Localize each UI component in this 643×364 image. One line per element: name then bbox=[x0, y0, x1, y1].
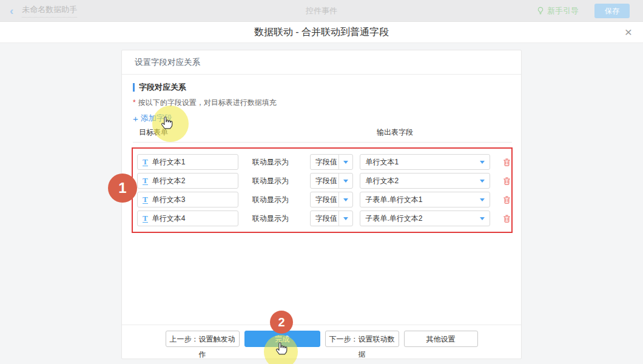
target-field-input[interactable]: T 单行文本4 bbox=[137, 211, 238, 226]
relation-label: 联动显示为 bbox=[252, 214, 289, 224]
delete-row-button[interactable] bbox=[502, 195, 511, 204]
annotation-step-badge-1: 1 bbox=[108, 174, 137, 203]
delete-row-button[interactable] bbox=[502, 214, 511, 223]
panel-footer: 上一步：设置触发动作 完成 下一步：设置联动数据 其他设置 bbox=[122, 325, 521, 359]
relation-label: 联动显示为 bbox=[252, 195, 289, 205]
target-field-input[interactable]: T 单行文本3 bbox=[137, 192, 238, 207]
mode-select-value: 字段值 bbox=[311, 214, 337, 224]
close-icon[interactable]: × bbox=[625, 22, 632, 42]
required-asterisk: * bbox=[133, 98, 136, 107]
text-field-icon: T bbox=[143, 214, 148, 223]
next-step-button[interactable]: 下一步：设置联动数据 bbox=[325, 331, 399, 347]
mode-select-value: 字段值 bbox=[311, 157, 337, 167]
text-field-icon: T bbox=[143, 195, 148, 204]
top-bar-left: ‹ 未命名数据助手 bbox=[10, 4, 77, 18]
target-field-value: 单行文本1 bbox=[152, 157, 186, 167]
panel-content: 字段对应关系 *按以下的字段设置，对目标表进行数据填充 + 添加字段 目标表单 … bbox=[122, 82, 521, 233]
target-field-input[interactable]: T 单行文本2 bbox=[137, 173, 238, 189]
mode-select[interactable]: 字段值 bbox=[310, 154, 354, 170]
mode-select-value: 字段值 bbox=[311, 195, 337, 205]
relation-label: 联动显示为 bbox=[252, 157, 289, 167]
column-headers: 目标表单 输出表字段 bbox=[133, 127, 512, 143]
trash-icon bbox=[502, 177, 511, 186]
delete-row-button[interactable] bbox=[502, 158, 511, 167]
hand-cursor-icon bbox=[159, 114, 175, 132]
other-settings-button[interactable]: 其他设置 bbox=[404, 331, 478, 347]
output-field-select[interactable]: 子表单.单行文本2 bbox=[360, 211, 490, 226]
annotation-step-badge-2: 2 bbox=[270, 311, 293, 334]
top-bar-right: 新手引导 保存 bbox=[536, 4, 630, 18]
caret-down-icon bbox=[338, 192, 352, 207]
text-field-icon: T bbox=[143, 158, 148, 166]
caret-down-icon bbox=[338, 155, 352, 169]
caret-down-icon bbox=[475, 161, 490, 164]
output-select-value: 单行文本2 bbox=[360, 176, 399, 186]
target-field-value: 单行文本4 bbox=[152, 214, 186, 224]
target-field-value: 单行文本2 bbox=[152, 176, 186, 186]
mode-select[interactable]: 字段值 bbox=[310, 173, 354, 189]
hand-cursor-icon bbox=[274, 340, 289, 357]
caret-down-icon bbox=[475, 180, 490, 183]
annotation-red-frame: T 单行文本1 联动显示为 字段值 单行文本1 bbox=[132, 147, 513, 233]
field-mapping-panel: 设置字段对应关系 字段对应关系 *按以下的字段设置，对目标表进行数据填充 + 添… bbox=[121, 50, 522, 359]
panel-header: 设置字段对应关系 bbox=[122, 50, 521, 75]
screen: ‹ 未命名数据助手 控件事件 新手引导 保存 数据联动 - 合并联动到普通字段 … bbox=[0, 0, 643, 364]
field-mapping-row: T 单行文本3 联动显示为 字段值 子表单.单行文本1 bbox=[137, 192, 511, 207]
section-hint-text: 按以下的字段设置，对目标表进行数据填充 bbox=[138, 98, 277, 107]
mode-select[interactable]: 字段值 bbox=[310, 192, 354, 207]
output-field-select[interactable]: 子表单.单行文本1 bbox=[360, 192, 490, 207]
section-title: 字段对应关系 bbox=[133, 82, 512, 93]
section-hint: *按以下的字段设置，对目标表进行数据填充 bbox=[133, 98, 512, 108]
section-marker bbox=[133, 83, 135, 92]
beginner-guide-link[interactable]: 新手引导 bbox=[536, 5, 579, 16]
output-select-value: 子表单.单行文本1 bbox=[360, 195, 422, 205]
field-mapping-row: T 单行文本4 联动显示为 字段值 子表单.单行文本2 bbox=[137, 211, 511, 226]
lightbulb-icon bbox=[536, 6, 545, 15]
mode-select[interactable]: 字段值 bbox=[310, 211, 354, 226]
caret-down-icon bbox=[338, 211, 352, 226]
output-field-select[interactable]: 单行文本2 bbox=[360, 173, 490, 189]
trash-icon bbox=[502, 214, 511, 223]
dialog-body: 设置字段对应关系 字段对应关系 *按以下的字段设置，对目标表进行数据填充 + 添… bbox=[0, 43, 643, 364]
prev-step-button[interactable]: 上一步：设置触发动作 bbox=[166, 331, 240, 347]
text-field-icon: T bbox=[143, 177, 148, 185]
section-title-text: 字段对应关系 bbox=[139, 82, 186, 93]
output-field-select[interactable]: 单行文本1 bbox=[360, 154, 490, 170]
column-header-output-field: 输出表字段 bbox=[377, 127, 413, 138]
trash-icon bbox=[502, 195, 511, 204]
relation-label: 联动显示为 bbox=[252, 176, 289, 186]
plus-icon: + bbox=[133, 114, 138, 123]
target-field-value: 单行文本3 bbox=[152, 195, 186, 205]
back-icon[interactable]: ‹ bbox=[10, 5, 13, 16]
dialog-title: 数据联动 - 合并联动到普通字段 bbox=[0, 22, 643, 42]
trash-icon bbox=[502, 158, 511, 167]
caret-down-icon bbox=[475, 198, 490, 201]
output-select-value: 单行文本1 bbox=[360, 157, 399, 167]
field-mapping-row: T 单行文本1 联动显示为 字段值 单行文本1 bbox=[137, 154, 511, 170]
save-button[interactable]: 保存 bbox=[594, 4, 630, 18]
output-select-value: 子表单.单行文本2 bbox=[360, 214, 422, 224]
caret-down-icon bbox=[338, 174, 352, 188]
mode-select-value: 字段值 bbox=[311, 176, 337, 186]
app-title[interactable]: 未命名数据助手 bbox=[22, 4, 77, 18]
field-mapping-row: T 单行文本2 联动显示为 字段值 单行文本2 bbox=[137, 173, 511, 189]
target-field-input[interactable]: T 单行文本1 bbox=[137, 154, 238, 170]
beginner-guide-label: 新手引导 bbox=[547, 5, 579, 16]
dialog-title-bar: 数据联动 - 合并联动到普通字段 × bbox=[0, 22, 643, 43]
delete-row-button[interactable] bbox=[502, 177, 511, 186]
caret-down-icon bbox=[475, 217, 490, 220]
top-bar: ‹ 未命名数据助手 控件事件 新手引导 保存 bbox=[0, 0, 643, 22]
